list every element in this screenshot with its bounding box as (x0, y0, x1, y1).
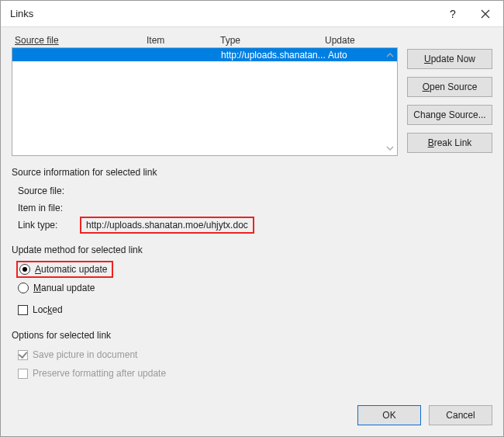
row-update: Auto (326, 50, 372, 61)
col-type: Type (220, 35, 325, 46)
col-source: Source file (15, 35, 59, 46)
locked-label: Locked (33, 304, 63, 315)
save-picture-checkbox (18, 350, 28, 360)
preserve-formatting-label: Preserve formatting after update (33, 368, 166, 379)
section-update-method: Update method for selected link (12, 245, 492, 255)
row-type: http://uploads.shanatan... (221, 50, 326, 61)
help-button[interactable]: ? (437, 2, 469, 26)
item-in-file-label: Item in file: (18, 203, 80, 213)
change-source-button[interactable]: Change Source... (407, 105, 492, 125)
locked-checkbox[interactable] (18, 305, 28, 315)
dialog-title: Links (10, 8, 437, 19)
break-link-button[interactable]: Break Link (407, 133, 492, 153)
automatic-update-radio[interactable] (19, 264, 30, 275)
preserve-formatting-checkbox (18, 369, 28, 379)
list-row[interactable]: http://uploads.shanatan... Auto (12, 48, 397, 61)
section-options: Options for selected link (12, 330, 492, 341)
help-icon: ? (450, 8, 456, 20)
save-picture-label: Save picture in document (33, 349, 137, 360)
section-source-info: Source information for selected link (12, 167, 492, 178)
open-source-button[interactable]: Open Source (407, 77, 492, 97)
links-dialog: Links ? Source file Item Type Update (0, 0, 504, 437)
list-header: Source file Item Type Update (12, 35, 398, 47)
automatic-update-label: Automatic update (35, 264, 107, 275)
links-listbox[interactable]: http://uploads.shanatan... Auto (12, 47, 398, 156)
scroll-down-icon[interactable] (385, 143, 395, 154)
cancel-button[interactable]: Cancel (429, 405, 492, 425)
col-update: Update (325, 35, 371, 46)
source-file-label: Source file: (18, 186, 80, 196)
manual-update-radio[interactable] (18, 283, 29, 293)
link-type-value: http://uploads.shanatan.moe/uhjytx.doc (80, 217, 254, 234)
close-button[interactable] (469, 2, 502, 26)
link-type-label: Link type: (18, 220, 80, 231)
close-icon (481, 9, 490, 19)
ok-button[interactable]: OK (357, 405, 421, 425)
update-now-button[interactable]: Update Now (407, 49, 492, 69)
col-item: Item (147, 35, 220, 46)
titlebar: Links ? (1, 1, 503, 27)
scroll-up-icon[interactable] (385, 50, 395, 61)
manual-update-label: Manual update (33, 283, 95, 293)
